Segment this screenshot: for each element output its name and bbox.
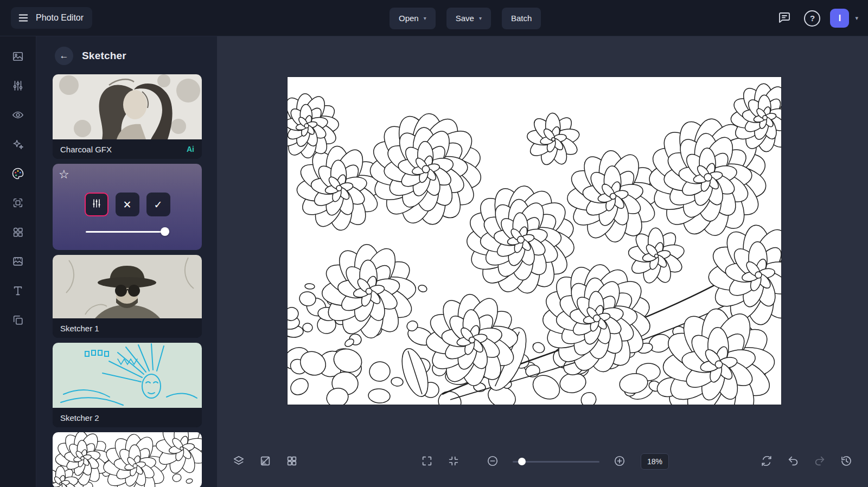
panel-title: Sketcher — [82, 50, 126, 62]
filter-card-sketcher2[interactable]: Sketcher 2 — [53, 343, 202, 427]
filter-thumbnail — [53, 432, 202, 487]
undo-button[interactable] — [782, 451, 804, 472]
adjustments-icon — [12, 80, 24, 92]
avatar[interactable]: I — [830, 9, 849, 28]
fit-screen-icon — [448, 455, 459, 469]
filter-name: Sketcher 1 — [60, 324, 99, 333]
zoom-out-button[interactable] — [482, 451, 503, 472]
compare-icon — [259, 455, 271, 469]
history-icon — [840, 455, 852, 469]
rail-item-preview[interactable] — [7, 104, 29, 126]
zoom-slider-knob[interactable] — [518, 458, 526, 465]
eye-icon — [12, 109, 24, 121]
palette-icon — [11, 167, 24, 180]
open-button[interactable]: Open ▾ — [390, 8, 436, 29]
back-button[interactable]: ← — [55, 47, 73, 65]
help-icon: ? — [804, 10, 820, 27]
compare-button[interactable] — [254, 451, 276, 472]
back-arrow-icon: ← — [60, 50, 69, 61]
chevron-down-icon: ▾ — [424, 16, 426, 21]
redo-icon — [814, 455, 826, 469]
rail-item-image[interactable] — [7, 46, 29, 67]
rail-item-filters[interactable] — [7, 163, 29, 184]
sparkles-icon — [12, 138, 24, 150]
fullscreen-icon — [421, 455, 433, 469]
feedback-icon — [778, 11, 791, 25]
canvas-area: 18% — [217, 36, 868, 487]
zoom-out-icon — [487, 455, 499, 469]
grid-view-button[interactable] — [281, 451, 303, 472]
zoom-in-button[interactable] — [609, 451, 630, 472]
fullscreen-button[interactable] — [416, 451, 438, 472]
rotate-icon — [761, 455, 773, 469]
undo-icon — [787, 455, 799, 469]
sliders-icon — [91, 198, 102, 212]
rail-item-effects[interactable] — [7, 133, 29, 155]
save-button[interactable]: Save ▾ — [446, 8, 491, 29]
cancel-filter-button[interactable]: ✕ — [116, 193, 139, 216]
filters-panel: ← Sketcher Charcoal GFX Ai — [36, 36, 217, 487]
slider-track[interactable] — [86, 231, 169, 233]
grid-icon — [286, 455, 298, 469]
chevron-down-icon[interactable]: ▾ — [855, 15, 858, 22]
zoom-value[interactable]: 18% — [641, 453, 669, 470]
layers-copy-icon — [12, 314, 24, 326]
rail-item-adjust[interactable] — [7, 75, 29, 97]
chevron-down-icon: ▾ — [479, 16, 482, 21]
stage-image[interactable] — [288, 77, 781, 405]
slider-knob[interactable] — [161, 227, 169, 236]
image-icon — [12, 50, 24, 62]
filter-thumbnail — [53, 255, 202, 318]
close-icon: ✕ — [123, 198, 132, 211]
check-icon: ✓ — [154, 198, 163, 211]
rail-item-shapes[interactable] — [7, 221, 29, 243]
filter-card-charcoal[interactable]: Charcoal GFX Ai — [53, 74, 202, 159]
overlay-icon — [12, 255, 24, 267]
filter-name: Sketcher 2 — [60, 413, 99, 422]
topbar-right: ? I ▾ — [775, 0, 858, 36]
shapes-icon — [12, 226, 24, 238]
history-button[interactable] — [835, 451, 857, 472]
ai-badge: Ai — [187, 145, 194, 153]
zoom-slider-track[interactable] — [513, 461, 599, 463]
rail-item-duplicate[interactable] — [7, 309, 29, 331]
zoom-in-icon — [614, 455, 626, 469]
filter-name: Charcoal GFX — [60, 145, 112, 154]
favorite-star-icon[interactable]: ☆ — [59, 169, 69, 181]
redo-button[interactable] — [809, 451, 831, 472]
help-button[interactable]: ? — [802, 9, 822, 28]
hamburger-icon — [17, 12, 29, 24]
fit-screen-button[interactable] — [443, 451, 464, 472]
active-filter-card[interactable]: ☆ ✕ ✓ — [53, 164, 202, 250]
tool-rail — [0, 36, 36, 487]
layers-button[interactable] — [228, 451, 250, 472]
rail-item-overlays[interactable] — [7, 251, 29, 272]
file-actions: Open ▾ Save ▾ Batch — [390, 0, 541, 36]
intensity-slider[interactable] — [86, 227, 169, 236]
filter-card-sketcher1[interactable]: Sketcher 1 — [53, 255, 202, 338]
text-icon — [12, 285, 24, 297]
rail-item-text[interactable] — [7, 280, 29, 302]
rotate-button[interactable] — [756, 451, 777, 472]
app-menu-button[interactable]: Photo Editor — [11, 7, 92, 29]
top-bar: Photo Editor Open ▾ Save ▾ Batch ? I ▾ — [0, 0, 868, 36]
batch-button[interactable]: Batch — [502, 8, 541, 29]
zoom-slider[interactable] — [513, 457, 599, 466]
app-title: Photo Editor — [36, 13, 84, 23]
filter-card-partial[interactable] — [53, 432, 202, 487]
filter-thumbnail — [53, 343, 202, 408]
rail-item-frames[interactable] — [7, 192, 29, 214]
apply-filter-button[interactable]: ✓ — [146, 193, 170, 216]
filter-thumbnail — [53, 74, 202, 139]
filter-settings-button[interactable] — [85, 193, 108, 216]
bottom-toolbar: 18% — [217, 450, 868, 473]
frame-icon — [12, 197, 24, 209]
layers-icon — [233, 455, 245, 469]
feedback-button[interactable] — [775, 9, 794, 28]
